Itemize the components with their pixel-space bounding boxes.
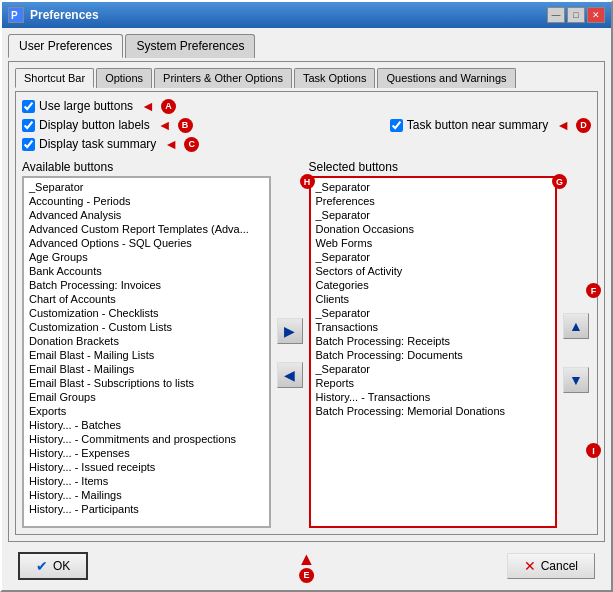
list-item[interactable]: History... - Commitments and prospection… (26, 432, 267, 446)
list-item[interactable]: _Separator (313, 208, 554, 222)
list-item[interactable]: History... - Issued receipts (26, 460, 267, 474)
list-item[interactable]: Batch Processing: Memorial Donations (313, 404, 554, 418)
use-large-buttons-checkbox[interactable] (22, 100, 35, 113)
display-task-summary-row: Display task summary ◄ C (22, 136, 199, 152)
list-item[interactable]: Preferences (313, 194, 554, 208)
list-item[interactable]: Categories (313, 278, 554, 292)
list-item[interactable]: History... - Expenses (26, 446, 267, 460)
list-item[interactable]: Advanced Analysis (26, 208, 267, 222)
list-item[interactable]: Customization - Checklists (26, 306, 267, 320)
tab-questions-warnings[interactable]: Questions and Warnings (377, 68, 515, 88)
use-large-buttons-label: Use large buttons (39, 99, 133, 113)
move-down-button[interactable]: ▼ (563, 367, 589, 393)
task-button-near-summary-checkbox[interactable] (390, 119, 403, 132)
list-item[interactable]: Batch Processing: Invoices (26, 278, 267, 292)
arrow-d-indicator: ◄ (556, 117, 570, 133)
list-item[interactable]: Reports (313, 376, 554, 390)
use-large-buttons-row: Use large buttons ◄ A (22, 98, 199, 114)
selected-buttons-group: Selected buttons G _SeparatorPreferences… (309, 160, 558, 528)
svg-text:P: P (11, 10, 18, 21)
arrow-a-indicator: ◄ (141, 98, 155, 114)
selected-buttons-label: Selected buttons (309, 160, 558, 174)
list-item[interactable]: History... - Items (26, 474, 267, 488)
tab-options[interactable]: Options (96, 68, 152, 88)
list-item[interactable]: Sectors of Activity (313, 264, 554, 278)
task-button-near-summary-label: Task button near summary (407, 118, 548, 132)
maximize-button[interactable]: □ (567, 7, 585, 23)
close-button[interactable]: ✕ (587, 7, 605, 23)
annotation-e: E (299, 568, 314, 583)
list-item[interactable]: _Separator (313, 306, 554, 320)
list-item[interactable]: Web Forms (313, 236, 554, 250)
app-icon: P (8, 7, 24, 23)
display-button-labels-row: Display button labels ◄ B (22, 117, 199, 133)
move-up-button[interactable]: ▲ (563, 313, 589, 339)
list-item[interactable]: History... - Batches (26, 418, 267, 432)
display-task-summary-label: Display task summary (39, 137, 156, 151)
ok-button[interactable]: ✔ OK (18, 552, 88, 580)
list-item[interactable]: Clients (313, 292, 554, 306)
list-item[interactable]: Customization - Custom Lists (26, 320, 267, 334)
arrow-b-indicator: ◄ (158, 117, 172, 133)
list-item[interactable]: Transactions (313, 320, 554, 334)
list-item[interactable]: Advanced Custom Report Templates (Adva..… (26, 222, 267, 236)
tab-user-preferences[interactable]: User Preferences (8, 34, 123, 58)
right-checkbox: Task button near summary ◄ D (390, 98, 591, 152)
main-tab-panel: Shortcut Bar Options Printers & Other Op… (8, 61, 605, 542)
list-item[interactable]: History... - Mailings (26, 488, 267, 502)
list-item[interactable]: Exports (26, 404, 267, 418)
list-item[interactable]: Batch Processing: Documents (313, 348, 554, 362)
available-buttons-list[interactable]: _SeparatorAccounting - PeriodsAdvanced A… (22, 176, 271, 528)
inner-tab-panel: Use large buttons ◄ A Display button lab… (15, 91, 598, 535)
tab-printers-other-options[interactable]: Printers & Other Options (154, 68, 292, 88)
list-item[interactable]: History... - Transactions (313, 390, 554, 404)
inner-tab-row: Shortcut Bar Options Printers & Other Op… (15, 68, 598, 88)
list-item[interactable]: _Separator (313, 180, 554, 194)
display-button-labels-checkbox[interactable] (22, 119, 35, 132)
tab-system-preferences[interactable]: System Preferences (125, 34, 255, 58)
e-annotation-area: ▲ E (298, 550, 316, 583)
list-item[interactable]: Email Groups (26, 390, 267, 404)
checkboxes-area: Use large buttons ◄ A Display button lab… (22, 98, 591, 152)
annotation-b: B (178, 118, 193, 133)
list-item[interactable]: Email Blast - Subscriptions to lists (26, 376, 267, 390)
middle-buttons-area: H ▶ ◀ (275, 178, 305, 528)
list-item[interactable]: Chart of Accounts (26, 292, 267, 306)
arrow-e-indicator: ▲ (298, 550, 316, 568)
list-item[interactable]: Age Groups (26, 250, 267, 264)
preferences-window: P Preferences — □ ✕ User Preferences Sys… (0, 0, 613, 592)
list-item[interactable]: Email Blast - Mailing Lists (26, 348, 267, 362)
list-item[interactable]: Donation Occasions (313, 222, 554, 236)
remove-button[interactable]: ◀ (277, 362, 303, 388)
list-item[interactable]: _Separator (26, 180, 267, 194)
list-item[interactable]: Accounting - Periods (26, 194, 267, 208)
add-button[interactable]: ▶ (277, 318, 303, 344)
tab-task-options[interactable]: Task Options (294, 68, 376, 88)
annotation-g: G (552, 174, 567, 189)
checkmark-icon: ✔ (36, 558, 48, 574)
minimize-button[interactable]: — (547, 7, 565, 23)
list-item[interactable]: _Separator (313, 362, 554, 376)
window-content: User Preferences System Preferences Shor… (2, 28, 611, 590)
list-item[interactable]: Bank Accounts (26, 264, 267, 278)
list-item[interactable]: History... - Participants (26, 502, 267, 516)
title-bar: P Preferences — □ ✕ (2, 2, 611, 28)
cancel-button[interactable]: ✕ Cancel (507, 553, 595, 579)
display-task-summary-checkbox[interactable] (22, 138, 35, 151)
annotation-c: C (184, 137, 199, 152)
available-buttons-group: Available buttons _SeparatorAccounting -… (22, 160, 271, 528)
annotation-d: D (576, 118, 591, 133)
ok-label: OK (53, 559, 70, 573)
tab-shortcut-bar[interactable]: Shortcut Bar (15, 68, 94, 88)
list-item[interactable]: Batch Processing: Receipts (313, 334, 554, 348)
list-item[interactable]: Donation Brackets (26, 334, 267, 348)
lists-container: Available buttons _SeparatorAccounting -… (22, 160, 591, 528)
list-item[interactable]: Advanced Options - SQL Queries (26, 236, 267, 250)
arrow-c-indicator: ◄ (164, 136, 178, 152)
right-buttons-area: F I ▲ ▼ (561, 178, 591, 528)
selected-buttons-list[interactable]: _SeparatorPreferences_SeparatorDonation … (309, 176, 558, 528)
list-item[interactable]: Email Blast - Mailings (26, 362, 267, 376)
annotation-i: I (586, 443, 601, 458)
display-button-labels-label: Display button labels (39, 118, 150, 132)
list-item[interactable]: _Separator (313, 250, 554, 264)
